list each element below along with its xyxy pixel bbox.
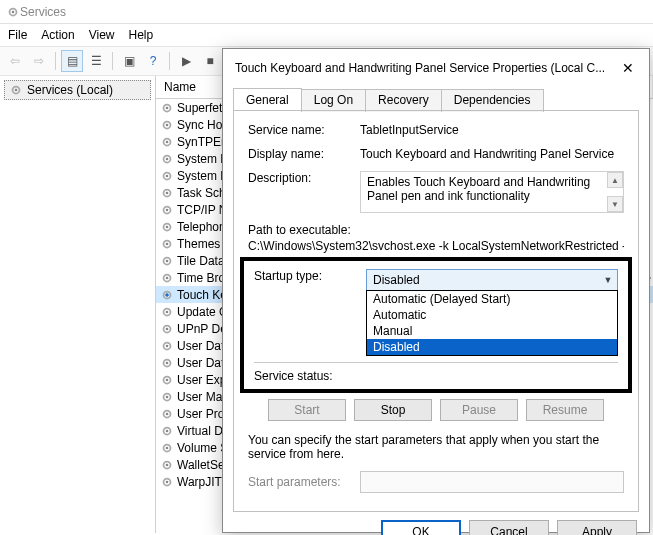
service-name: Tile Data: [177, 254, 225, 268]
tree-root-services[interactable]: Services (Local): [4, 80, 151, 100]
value-path: C:\Windows\System32\svchost.exe -k Local…: [248, 239, 624, 253]
service-icon: [160, 135, 174, 149]
export-button[interactable]: ▣: [118, 50, 140, 72]
service-icon: [160, 118, 174, 132]
start-params-input[interactable]: [360, 471, 624, 493]
svg-point-9: [166, 140, 169, 143]
service-icon: [160, 475, 174, 489]
startup-type-combobox[interactable]: Disabled ▼: [366, 269, 618, 291]
svg-point-43: [166, 429, 169, 432]
view-tree-button[interactable]: ▤: [61, 50, 83, 72]
service-icon: [160, 237, 174, 251]
service-icon: [160, 424, 174, 438]
resume-button[interactable]: Resume: [526, 399, 604, 421]
svg-point-31: [166, 327, 169, 330]
tree-root-label: Services (Local): [27, 83, 113, 97]
svg-point-13: [166, 174, 169, 177]
service-name: Sync Hos: [177, 118, 228, 132]
svg-point-39: [166, 395, 169, 398]
menu-view[interactable]: View: [89, 28, 115, 42]
dialog-title: Touch Keyboard and Handwriting Panel Ser…: [235, 61, 617, 75]
startup-option-disabled[interactable]: Disabled: [367, 339, 617, 355]
tab-logon[interactable]: Log On: [301, 89, 366, 112]
svg-point-49: [166, 480, 169, 483]
startup-dropdown-list: Automatic (Delayed Start) Automatic Manu…: [366, 290, 618, 356]
highlight-box: Startup type: Disabled ▼ Automatic (Dela…: [240, 257, 632, 393]
start-params-hint: You can specify the start parameters tha…: [248, 433, 624, 461]
stop-btn-tb[interactable]: ■: [199, 50, 221, 72]
service-icon: [160, 356, 174, 370]
scroll-up-icon[interactable]: ▲: [607, 172, 623, 188]
tab-general[interactable]: General: [233, 88, 302, 111]
svg-point-5: [166, 106, 169, 109]
svg-point-45: [166, 446, 169, 449]
label-description: Description:: [248, 171, 360, 185]
svg-point-7: [166, 123, 169, 126]
startup-option[interactable]: Automatic: [367, 307, 617, 323]
view-list-button[interactable]: ☰: [85, 50, 107, 72]
scroll-down-icon[interactable]: ▼: [607, 196, 623, 212]
label-service-name: Service name:: [248, 123, 360, 137]
properties-dialog: Touch Keyboard and Handwriting Panel Ser…: [222, 48, 650, 533]
chevron-down-icon: ▼: [599, 270, 617, 290]
window-title: Services: [20, 5, 66, 19]
close-icon[interactable]: ✕: [617, 57, 639, 79]
pause-button[interactable]: Pause: [440, 399, 518, 421]
service-icon: [160, 186, 174, 200]
service-icon: [160, 305, 174, 319]
startup-selected: Disabled: [367, 273, 599, 287]
service-icon: [160, 322, 174, 336]
svg-point-25: [166, 276, 169, 279]
tab-recovery[interactable]: Recovery: [365, 89, 442, 112]
ok-button[interactable]: OK: [381, 520, 461, 535]
service-icon: [160, 458, 174, 472]
cancel-button[interactable]: Cancel: [469, 520, 549, 535]
menu-help[interactable]: Help: [129, 28, 154, 42]
service-name: Update O: [177, 305, 228, 319]
menu-action[interactable]: Action: [41, 28, 74, 42]
menu-file[interactable]: File: [8, 28, 27, 42]
tab-body: Service name: TabletInputService Display…: [233, 110, 639, 512]
startup-option[interactable]: Automatic (Delayed Start): [367, 291, 617, 307]
tab-dependencies[interactable]: Dependencies: [441, 89, 544, 112]
service-name: Touch Ke: [177, 288, 227, 302]
tree-pane: Services (Local): [0, 76, 156, 533]
svg-point-27: [166, 293, 169, 296]
service-name: Superfetc: [177, 101, 228, 115]
svg-point-47: [166, 463, 169, 466]
service-icon: [160, 339, 174, 353]
svg-point-29: [166, 310, 169, 313]
help-button[interactable]: ?: [142, 50, 164, 72]
control-button-row: Start Stop Pause Resume: [248, 399, 624, 421]
startup-option[interactable]: Manual: [367, 323, 617, 339]
service-icon: [160, 254, 174, 268]
menubar: File Action View Help: [0, 24, 653, 46]
value-description: Enables Touch Keyboard and Handwriting P…: [367, 175, 590, 203]
svg-point-37: [166, 378, 169, 381]
service-icon: [160, 288, 174, 302]
description-box: Enables Touch Keyboard and Handwriting P…: [360, 171, 624, 213]
svg-point-35: [166, 361, 169, 364]
service-name: Themes: [177, 237, 220, 251]
start-btn-tb[interactable]: ▶: [175, 50, 197, 72]
services-icon: [6, 5, 20, 19]
nav-fwd-button[interactable]: ⇨: [28, 50, 50, 72]
svg-point-33: [166, 344, 169, 347]
svg-point-15: [166, 191, 169, 194]
value-display-name: Touch Keyboard and Handwriting Panel Ser…: [360, 147, 624, 161]
service-icon: [160, 220, 174, 234]
label-start-params: Start parameters:: [248, 475, 360, 489]
label-path: Path to executable:: [248, 223, 624, 237]
start-button[interactable]: Start: [268, 399, 346, 421]
svg-point-3: [15, 89, 18, 92]
svg-point-17: [166, 208, 169, 211]
dialog-titlebar[interactable]: Touch Keyboard and Handwriting Panel Ser…: [223, 49, 649, 87]
stop-button[interactable]: Stop: [354, 399, 432, 421]
toolbar-separator: [169, 52, 170, 70]
apply-button[interactable]: Apply: [557, 520, 637, 535]
nav-back-button[interactable]: ⇦: [4, 50, 26, 72]
service-icon: [160, 169, 174, 183]
service-icon: [160, 373, 174, 387]
label-startup: Startup type:: [254, 269, 366, 283]
service-icon: [160, 203, 174, 217]
